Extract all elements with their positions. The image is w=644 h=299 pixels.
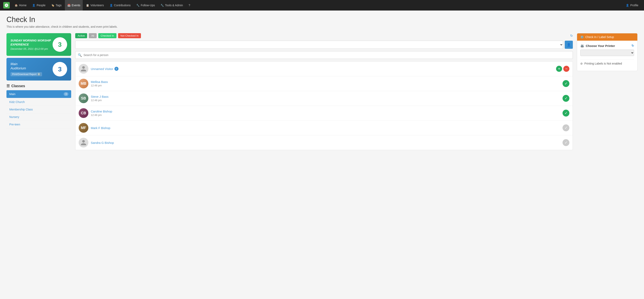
event-card-green[interactable]: SUNDAY MORNING WORSHIP EXPERIENCE Decemb… (6, 33, 71, 56)
table-row: MB Mellisa Bass 12:48 pm ✓ (76, 76, 572, 91)
nav-tools-admin[interactable]: 🔧 Tools & Admin (158, 0, 186, 11)
search-bar: 🔍 (75, 51, 573, 59)
person-actions: ✓ (562, 139, 570, 146)
remove-checkin-button[interactable]: − (563, 66, 570, 72)
nav-follow-ups[interactable]: 🔧 Follow-Ups (134, 0, 157, 11)
avatar: MF (79, 123, 88, 133)
filter-not-checked-in[interactable]: Not Checked In (118, 33, 141, 38)
people-icon: 👤 (32, 4, 36, 7)
person-name[interactable]: Mark F Bishop (91, 126, 560, 130)
layout-row: SUNDAY MORNING WORSHIP EXPERIENCE Decemb… (6, 33, 638, 150)
checked-icon[interactable]: ✓ (562, 95, 570, 102)
person-info: Caroline Bishop 12:48 pm (91, 110, 560, 117)
tools-icon: 🔧 (160, 4, 164, 7)
contributions-icon: 👤 (110, 4, 113, 7)
right-panel: ⚙️ Check In / Label Setup 🖨️ Choose Your… (577, 33, 638, 71)
unchecked-icon[interactable]: ✓ (562, 124, 570, 131)
info-icon: ℹ️ (38, 73, 40, 76)
navbar: 🏠 Home 👤 People 🏷️ Tags 📅 Events 📋 Volun… (0, 0, 644, 11)
classes-header: ☰ Classes (6, 84, 71, 88)
checkin-setup-card: ⚙️ Check In / Label Setup 🖨️ Choose Your… (577, 33, 638, 71)
person-actions: + − (556, 66, 570, 72)
person-info: Unnamed Visitor 0 (91, 67, 554, 71)
event-location: MainAuditorium (10, 62, 52, 71)
search-input[interactable] (84, 51, 570, 59)
gear-icon: ⚙️ (580, 35, 584, 39)
person-name[interactable]: Steve J Bass (91, 95, 560, 98)
person-name[interactable]: Caroline Bishop (91, 110, 560, 113)
person-info: Mark F Bishop (91, 126, 560, 130)
printing-disabled-notice: ⊘ Printing Labels is Not enabled (580, 59, 634, 68)
checkin-setup-header[interactable]: ⚙️ Check In / Label Setup (577, 33, 637, 41)
add-checkin-button[interactable]: + (556, 66, 562, 72)
home-icon: 🏠 (14, 4, 18, 7)
nav-contributions[interactable]: 👤 Contributions (107, 0, 133, 11)
person-actions: ✓ (562, 95, 570, 102)
class-item-nursery[interactable]: Nursery (6, 113, 71, 121)
person-actions: ✓ (562, 110, 570, 117)
person-info: Steve J Bass 12:48 pm (91, 95, 560, 102)
class-item-kidz[interactable]: Kidz Church (6, 98, 71, 106)
list-icon: ☰ (6, 84, 10, 88)
checkin-setup-body: 🖨️ Choose Your Printer ↻ ⊘ Printing Labe… (577, 41, 637, 71)
person-actions: ✓ (562, 80, 570, 87)
person-name[interactable]: Unnamed Visitor (91, 67, 113, 71)
checked-icon[interactable]: ✓ (562, 110, 570, 117)
search-icon: 🔍 (78, 53, 82, 57)
nav-people[interactable]: 👤 People (30, 0, 48, 11)
disabled-icon: ⊘ (580, 62, 583, 65)
nav-volunteers[interactable]: 📋 Volunteers (84, 0, 106, 11)
person-actions: ✓ (562, 124, 570, 131)
table-row: Unnamed Visitor 0 + − (76, 62, 572, 76)
printer-icon: 🖨️ (580, 44, 584, 48)
person-add-icon: 👤 (567, 43, 571, 47)
tags-icon: 🏷️ (51, 4, 54, 7)
checked-icon[interactable]: ✓ (562, 80, 570, 87)
avatar: CB (79, 108, 88, 118)
app-logo[interactable] (3, 2, 10, 9)
avatar: SB (79, 94, 88, 103)
print-report-link[interactable]: Print/Download Report ℹ️ (10, 72, 42, 76)
event-info-blue: MainAuditorium Print/Download Report ℹ️ (10, 62, 52, 76)
nav-help[interactable]: ? (186, 0, 193, 11)
nav-profile[interactable]: 👤 Profile (624, 0, 641, 11)
person-info: Sandra G Bishop (91, 141, 560, 144)
person-time: 12:48 pm (91, 99, 560, 102)
nav-events[interactable]: 📅 Events (65, 0, 83, 11)
class-count-badge: 3 (64, 92, 68, 96)
person-name[interactable]: Mellisa Bass (91, 80, 560, 84)
page-subtitle: This is where you take attendance, check… (6, 25, 638, 28)
avatar (79, 138, 88, 147)
printer-title: 🖨️ Choose Your Printer ↻ (580, 44, 634, 48)
unchecked-icon[interactable]: ✓ (562, 139, 570, 146)
filter-checked-in[interactable]: Checked In (98, 33, 116, 38)
volunteers-icon: 📋 (86, 4, 89, 7)
class-item-membership[interactable]: Membership Class (6, 106, 71, 113)
event-count-green: 3 (52, 37, 67, 52)
filter-all[interactable]: All (89, 33, 96, 38)
follow-ups-icon: 🔧 (136, 4, 140, 7)
table-row: SB Steve J Bass 12:48 pm ✓ (76, 91, 572, 106)
event-card-blue[interactable]: MainAuditorium Print/Download Report ℹ️ … (6, 58, 71, 81)
filter-active[interactable]: Active (75, 33, 87, 38)
event-name: SUNDAY MORNING WORSHIP EXPERIENCE (10, 39, 52, 47)
nav-home[interactable]: 🏠 Home (12, 0, 29, 11)
printer-select[interactable] (580, 50, 634, 56)
table-row: Sandra G Bishop ✓ (76, 135, 572, 150)
center-panel: Active All Checked In Not Checked In ↻ 👤… (75, 33, 573, 150)
printer-refresh-icon[interactable]: ↻ (632, 44, 634, 48)
nav-tags[interactable]: 🏷️ Tags (49, 0, 64, 11)
person-time: 12:48 pm (91, 114, 560, 117)
add-person-button[interactable]: 👤 (565, 41, 573, 49)
class-item-main[interactable]: Main 3 (6, 90, 71, 98)
person-time: 12:48 pm (91, 84, 560, 87)
filter-refresh-icon[interactable]: ↻ (570, 34, 573, 38)
filter-bar: Active All Checked In Not Checked In ↻ (75, 33, 573, 38)
profile-icon: 👤 (626, 4, 629, 7)
person-name[interactable]: Sandra G Bishop (91, 141, 560, 144)
table-row: CB Caroline Bishop 12:48 pm ✓ (76, 106, 572, 121)
person-list: Unnamed Visitor 0 + − MB Mellis (75, 61, 573, 150)
visitor-badge: 0 (114, 67, 118, 71)
group-select[interactable] (75, 41, 563, 49)
class-item-preteen[interactable]: Pre-teen (6, 121, 71, 128)
